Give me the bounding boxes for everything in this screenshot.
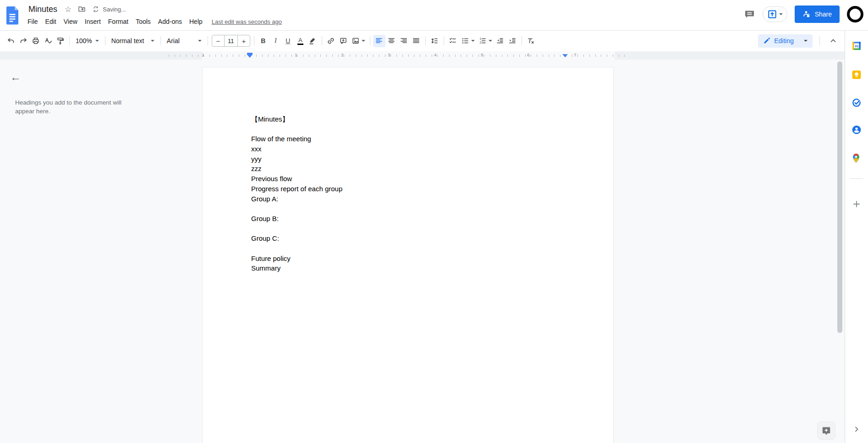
- redo-button[interactable]: [17, 35, 29, 47]
- ruler-label: 1: [202, 52, 204, 57]
- document-scrollbar[interactable]: [837, 61, 842, 333]
- align-center-button[interactable]: [385, 35, 398, 47]
- saving-status-text: Saving...: [103, 6, 126, 13]
- menu-addons[interactable]: Add-ons: [154, 16, 186, 27]
- insert-link-button[interactable]: [325, 35, 337, 47]
- explore-button[interactable]: [817, 421, 835, 440]
- clear-formatting-button[interactable]: [525, 35, 537, 47]
- underline-button[interactable]: U: [282, 35, 294, 47]
- align-right-button[interactable]: [398, 35, 410, 47]
- ruler-label: 5: [481, 52, 483, 57]
- add-comment-button[interactable]: [337, 35, 350, 47]
- spellcheck-button[interactable]: [42, 35, 54, 47]
- chevron-down-icon: [362, 40, 365, 42]
- font-select[interactable]: Arial: [164, 35, 205, 47]
- account-avatar[interactable]: [847, 6, 863, 22]
- share-button[interactable]: Share: [795, 6, 840, 23]
- left-indent-triangle: [247, 55, 253, 58]
- star-icon[interactable]: ☆: [65, 6, 71, 13]
- close-outline-icon[interactable]: ←: [10, 72, 21, 83]
- mode-label: Editing: [774, 37, 794, 44]
- present-to-meeting-button[interactable]: [763, 6, 787, 22]
- doc-line: [251, 225, 342, 235]
- title-row: Minutes ☆ Saving...: [27, 3, 126, 15]
- move-folder-icon[interactable]: [77, 5, 86, 13]
- chevron-down-icon: [95, 40, 99, 42]
- google-tasks-icon[interactable]: [852, 98, 862, 108]
- svg-text:1: 1: [479, 37, 481, 40]
- google-keep-icon[interactable]: [852, 70, 862, 80]
- insert-image-button[interactable]: [350, 35, 367, 47]
- doc-line: Group A:: [251, 195, 342, 205]
- side-panel-divider: [850, 178, 863, 179]
- decrease-font-size-button[interactable]: −: [212, 35, 224, 46]
- ruler-label: 7: [574, 52, 576, 57]
- font-size-value[interactable]: 11: [224, 35, 238, 46]
- saving-status[interactable]: Saving...: [92, 6, 126, 13]
- menu-format[interactable]: Format: [104, 16, 132, 27]
- toolbar-separator: [160, 36, 161, 45]
- ruler-label: 3: [388, 52, 390, 57]
- menu-view[interactable]: View: [60, 16, 81, 27]
- chevron-down-icon: [151, 40, 154, 42]
- sync-icon: [92, 6, 99, 13]
- doc-line: [251, 205, 342, 215]
- bold-button[interactable]: B: [257, 35, 269, 47]
- increase-indent-button[interactable]: [506, 35, 519, 47]
- numbered-list-button[interactable]: 1 2: [477, 35, 494, 47]
- highlight-color-button[interactable]: [307, 35, 319, 47]
- print-button[interactable]: [29, 35, 42, 47]
- checklist-button[interactable]: [447, 35, 459, 47]
- header-actions: Share: [744, 6, 863, 23]
- google-maps-icon[interactable]: [852, 153, 862, 163]
- doc-line: 【Minutes】: [251, 115, 342, 125]
- left-indent-marker[interactable]: [247, 53, 253, 58]
- toolbar-separator: [322, 36, 322, 45]
- menu-file[interactable]: File: [24, 16, 42, 27]
- document-page[interactable]: 【Minutes】 Flow of the meeting xxx yyy zz…: [202, 67, 614, 443]
- hide-menus-button[interactable]: [827, 35, 839, 47]
- editing-mode-button[interactable]: Editing: [758, 34, 813, 48]
- doc-line: Group C:: [251, 234, 342, 244]
- google-docs-app: Minutes ☆ Saving... File Edit View Inser…: [0, 0, 868, 443]
- get-addons-button[interactable]: [852, 199, 861, 209]
- align-left-button[interactable]: [373, 35, 385, 47]
- chevron-down-icon: [198, 40, 202, 42]
- font-size-control: − 11 +: [212, 35, 250, 47]
- zoom-select[interactable]: 100%: [72, 35, 102, 47]
- decrease-indent-button[interactable]: [494, 35, 506, 47]
- google-calendar-icon[interactable]: 31: [852, 41, 862, 51]
- present-dropdown-caret: [779, 13, 783, 15]
- google-contacts-icon[interactable]: [852, 125, 862, 135]
- paint-format-button[interactable]: [54, 35, 66, 47]
- menu-insert[interactable]: Insert: [81, 16, 104, 27]
- menu-edit[interactable]: Edit: [42, 16, 60, 27]
- outline-placeholder: Headings you add to the document will ap…: [15, 98, 127, 116]
- menu-tools[interactable]: Tools: [132, 16, 154, 27]
- chevron-down-icon: [489, 40, 492, 42]
- right-indent-marker[interactable]: [562, 54, 568, 57]
- docs-logo-icon[interactable]: [5, 6, 19, 25]
- font-value: Arial: [167, 37, 180, 44]
- toolbar-separator: [254, 36, 254, 45]
- bullet-list-button[interactable]: [459, 35, 477, 47]
- comment-history-icon[interactable]: [744, 9, 755, 20]
- last-edit-link[interactable]: Last edit was seconds ago: [212, 18, 282, 25]
- line-spacing-button[interactable]: [429, 35, 441, 47]
- justify-button[interactable]: [410, 35, 423, 47]
- document-text[interactable]: 【Minutes】 Flow of the meeting xxx yyy zz…: [251, 115, 342, 274]
- increase-font-size-button[interactable]: +: [238, 35, 250, 46]
- text-color-button[interactable]: A: [294, 35, 307, 47]
- document-title[interactable]: Minutes: [27, 4, 59, 15]
- svg-text:2: 2: [479, 41, 481, 44]
- toolbar-separator: [819, 36, 820, 45]
- hide-side-panel-button[interactable]: [852, 425, 861, 433]
- present-icon: [767, 9, 777, 19]
- toolbar-separator: [69, 36, 70, 45]
- explore-icon: [821, 425, 832, 436]
- undo-button[interactable]: [5, 35, 17, 47]
- italic-button[interactable]: I: [269, 35, 282, 47]
- ruler-label: 1: [295, 52, 297, 57]
- menu-help[interactable]: Help: [186, 16, 206, 27]
- styles-select[interactable]: Normal text: [108, 35, 158, 47]
